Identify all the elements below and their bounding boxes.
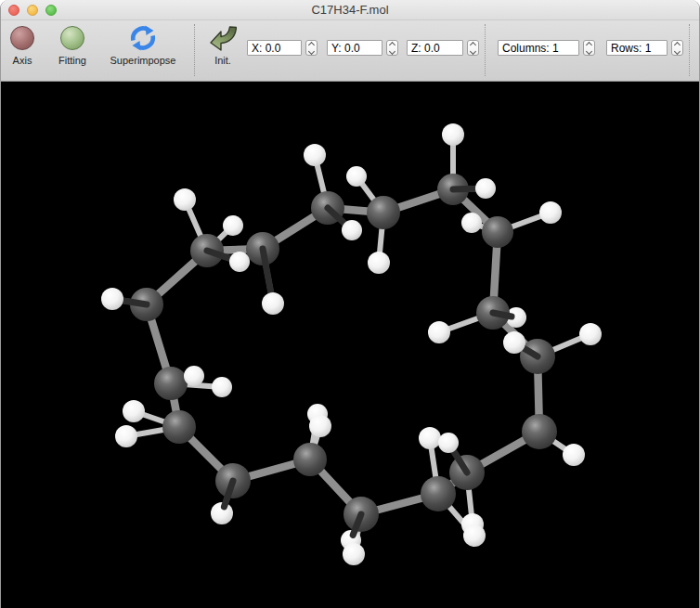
superimpose-button[interactable]: Superimpopse [101,24,185,66]
hydrogen-atom [115,425,137,447]
z-stepper[interactable] [467,40,479,56]
y-stepper-up-icon [389,41,395,47]
hydrogen-atom [342,220,362,240]
carbon-atom [482,216,513,248]
toolbar: Axis Fitting Superimpopse [1,20,699,82]
hydrogen-atom [563,444,585,466]
carbon-atom [522,414,557,449]
rows-stepper[interactable] [671,40,683,56]
blue-sync-icon [129,24,157,52]
molecule-svg [1,82,700,608]
z-stepper-up-icon [470,41,476,47]
rows-stepper-down-icon [674,47,681,54]
toolbar-separator-1 [194,24,195,76]
x-stepper[interactable] [305,40,318,56]
hydrogen-atom [123,400,145,422]
hydrogen-atom [503,331,525,354]
molecule-canvas[interactable] [1,82,700,608]
toolbar-separator-3 [689,24,690,76]
axis-button[interactable]: Axis [4,24,41,66]
carbon-atom [154,367,188,400]
x-stepper-down-icon [308,47,315,54]
hydrogen-atom [223,215,243,236]
hydrogen-atom [419,427,441,449]
init-button[interactable]: Init. [202,24,243,66]
hydrogen-atom [212,377,232,397]
hydrogen-atom [229,252,250,272]
fitting-button[interactable]: Fitting [52,24,93,66]
columns-field[interactable] [498,40,579,56]
hydrogen-atom [428,321,450,343]
green-return-arrow-icon [209,24,237,52]
hydrogen-atom [539,201,562,224]
columns-stepper[interactable] [583,40,595,56]
hydrogen-atom [184,366,204,386]
y-field[interactable] [327,40,382,56]
carbon-atom [367,196,400,229]
shaded-bond-stub [493,313,512,317]
x-field[interactable] [247,40,302,56]
z-stepper-down-icon [470,47,476,54]
z-field[interactable] [407,40,463,56]
hydrogen-atom [262,292,284,315]
hydrogen-atom [346,166,367,187]
hydrogen-atom [174,188,196,211]
window-title: C17H34-F.mol [1,0,699,20]
hydrogen-atom [438,433,459,453]
hydrogen-atom [309,415,331,437]
columns-stepper-up-icon [586,41,592,47]
hydrogen-atom [579,323,602,345]
hydrogen-atom [304,144,326,166]
axis-button-label: Axis [13,55,32,66]
title-bar[interactable]: C17H34-F.mol [1,0,699,20]
molecule [101,123,602,565]
hydrogen-atom [442,123,464,146]
carbon-atom [421,476,456,511]
toolbar-separator-2 [485,24,486,76]
hydrogen-atom [101,288,123,310]
y-stepper-down-icon [389,47,395,54]
y-stepper[interactable] [386,40,398,56]
shaded-bond-stub [453,188,479,189]
hydrogen-atom [475,178,496,199]
x-stepper-up-icon [308,41,315,47]
superimpose-button-label: Superimpopse [110,55,176,66]
carbon-atom [162,410,196,444]
red-sphere-icon [8,24,36,52]
hydrogen-atom [463,524,486,547]
rows-stepper-up-icon [674,41,681,47]
hydrogen-atom [343,543,365,565]
green-sphere-icon [58,24,86,52]
hydrogen-atom [368,252,390,274]
columns-stepper-down-icon [586,47,592,54]
init-button-label: Init. [214,55,231,66]
carbon-atom [293,443,327,476]
hydrogen-atom [461,213,482,233]
fitting-button-label: Fitting [58,55,86,66]
rows-field[interactable] [606,40,668,56]
app-window: C17H34-F.mol Axis Fitting Superimpopse [0,0,700,608]
